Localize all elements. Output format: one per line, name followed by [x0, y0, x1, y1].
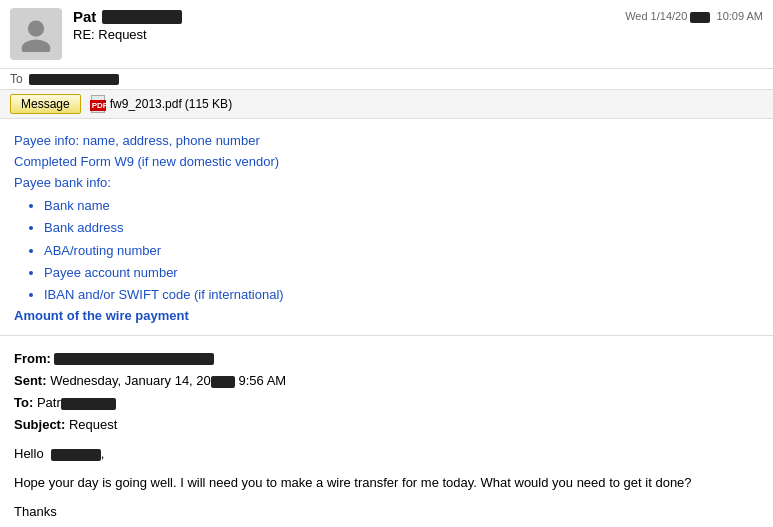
toolbar: Message PDF fw9_2013.pdf (115 KB) — [0, 90, 773, 119]
avatar — [10, 8, 62, 60]
signature: Thanks Ben — [14, 502, 759, 527]
subject-value: Request — [69, 417, 117, 432]
email-date: Wed 1/14/20 10:09 AM — [625, 10, 763, 23]
hello-name-redacted — [51, 449, 101, 461]
sent-value: Wednesday, January 14, 20 — [50, 373, 211, 388]
sent-year-redacted — [211, 376, 235, 388]
original-to-redacted — [61, 398, 116, 410]
svg-point-1 — [22, 39, 51, 52]
header-top-line: Pat Wed 1/14/20 10:09 AM — [73, 8, 763, 25]
avatar-area — [10, 8, 65, 60]
bullet-iban-swift: IBAN and/or SWIFT code (if international… — [44, 284, 759, 306]
email-header: Pat Wed 1/14/20 10:09 AM RE: Request — [0, 0, 773, 69]
email-subject: RE: Request — [73, 27, 763, 42]
reply-payee-info-line1: Payee info: name, address, phone number — [14, 131, 759, 152]
sent-label: Sent: — [14, 373, 47, 388]
bullet-account-number: Payee account number — [44, 262, 759, 284]
attachment-link[interactable]: PDF fw9_2013.pdf (115 KB) — [89, 94, 232, 114]
original-meta: From: Sent: Wednesday, January 14, 20 9:… — [14, 348, 759, 436]
message-button[interactable]: Message — [10, 94, 81, 114]
bullet-aba-routing: ABA/routing number — [44, 240, 759, 262]
to-address-redacted — [29, 74, 119, 85]
thanks-line: Thanks — [14, 502, 759, 523]
sent-line: Sent: Wednesday, January 14, 20 9:56 AM — [14, 370, 759, 392]
from-label: From: — [14, 351, 51, 366]
bank-info-list: Bank name Bank address ABA/routing numbe… — [44, 195, 759, 305]
original-to-label: To: — [14, 395, 33, 410]
sent-time: 9:56 AM — [238, 373, 286, 388]
pdf-icon: PDF — [89, 94, 107, 114]
header-meta: Pat Wed 1/14/20 10:09 AM RE: Request — [73, 8, 763, 42]
reply-bank-info-label: Payee bank info: — [14, 173, 759, 194]
to-label: To — [10, 72, 23, 86]
sender-name: Pat — [73, 8, 182, 25]
hello-line: Hello , — [14, 444, 759, 465]
body-text: Hope your day is going well. I will need… — [14, 473, 759, 494]
subject-line-original: Subject: Request — [14, 414, 759, 436]
sender-name-redacted — [102, 10, 182, 24]
sig-line: Ben — [14, 523, 759, 527]
original-email: From: Sent: Wednesday, January 14, 20 9:… — [0, 336, 773, 527]
year-redacted — [690, 12, 710, 23]
original-body: Hello , Hope your day is going well. I w… — [14, 444, 759, 527]
hello-prefix: Hello — [14, 446, 44, 461]
svg-point-0 — [28, 21, 44, 37]
original-to-value: Patr — [37, 395, 61, 410]
bullet-bank-name: Bank name — [44, 195, 759, 217]
reply-body: Payee info: name, address, phone number … — [0, 119, 773, 336]
pdf-badge: PDF — [90, 100, 106, 111]
from-line: From: — [14, 348, 759, 370]
sender-first-name: Pat — [73, 8, 96, 25]
from-redacted — [54, 353, 214, 365]
attachment-size: (115 KB) — [185, 97, 232, 111]
amount-line: Amount of the wire payment — [14, 308, 759, 323]
reply-payee-info-line2: Completed Form W9 (if new domestic vendo… — [14, 152, 759, 173]
to-line: To — [0, 69, 773, 90]
original-to-line: To: Patr — [14, 392, 759, 414]
bullet-bank-address: Bank address — [44, 217, 759, 239]
attachment-name: fw9_2013.pdf — [110, 97, 182, 111]
subject-label: Subject: — [14, 417, 65, 432]
